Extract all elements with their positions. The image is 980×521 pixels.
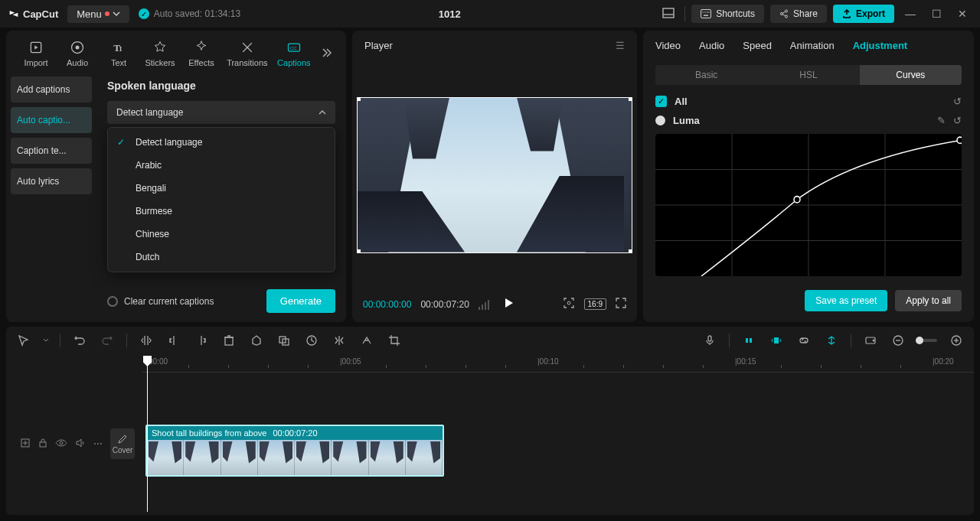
- option-detect[interactable]: ✓Detect language: [108, 131, 335, 154]
- curve-channel-all[interactable]: ✓ All ↺: [655, 96, 962, 107]
- resize-handle-bl[interactable]: [357, 249, 361, 253]
- preview-render-button[interactable]: [862, 332, 879, 349]
- tab-audio[interactable]: Audio: [699, 40, 724, 56]
- menu-notification-dot: [105, 11, 109, 16]
- tab-adjustment[interactable]: Adjustment: [853, 40, 908, 56]
- option-bengali[interactable]: Bengali: [108, 177, 335, 200]
- close-button[interactable]: ✕: [952, 4, 972, 24]
- delete-button[interactable]: [220, 332, 237, 349]
- tab-import[interactable]: Import: [15, 37, 57, 70]
- export-button[interactable]: Export: [833, 5, 894, 23]
- zoom-out-button[interactable]: [890, 332, 906, 349]
- option-dutch[interactable]: Dutch: [108, 246, 335, 269]
- reset-icon[interactable]: ↺: [953, 96, 962, 107]
- reset-icon[interactable]: ↺: [953, 115, 962, 126]
- playhead[interactable]: [147, 356, 148, 512]
- aspect-ratio[interactable]: 16:9: [584, 298, 606, 310]
- tab-effects[interactable]: Effects: [181, 37, 222, 70]
- svg-point-8: [785, 10, 787, 12]
- ruler-tick: |00:20: [933, 357, 954, 366]
- tab-captions[interactable]: CC Captions: [273, 37, 315, 70]
- tab-speed[interactable]: Speed: [743, 40, 772, 56]
- autosave-status: ✓ Auto saved: 01:34:13: [139, 8, 240, 19]
- tab-stickers[interactable]: Stickers: [139, 37, 181, 70]
- crop-button[interactable]: [386, 332, 403, 349]
- play-icon: [503, 298, 514, 308]
- clear-captions-toggle[interactable]: Clear current captions: [107, 296, 214, 307]
- group-button[interactable]: [276, 332, 292, 349]
- tab-transitions[interactable]: Transitions: [222, 37, 273, 70]
- option-burmese[interactable]: Burmese: [108, 200, 335, 223]
- nav-add-captions[interactable]: Add captions: [11, 77, 92, 103]
- generate-button[interactable]: Generate: [266, 289, 335, 313]
- zoom-in-button[interactable]: [948, 332, 965, 349]
- curve-channel-luma[interactable]: Luma ✎ ↺: [655, 115, 962, 126]
- track-visibility-button[interactable]: [55, 438, 67, 450]
- delete-right-button[interactable]: [193, 332, 210, 349]
- menu-button[interactable]: Menu: [67, 5, 129, 23]
- tab-animation[interactable]: Animation: [790, 40, 835, 56]
- player-viewport[interactable]: ⟳: [352, 60, 637, 289]
- zoom-slider[interactable]: [917, 339, 937, 342]
- time-current: 00:00:00:00: [363, 299, 411, 310]
- freeze-button[interactable]: [303, 332, 320, 349]
- track-add-button[interactable]: [20, 438, 31, 451]
- preview-axis-button[interactable]: [823, 332, 840, 349]
- scale-button[interactable]: [563, 297, 575, 311]
- svg-point-10: [785, 15, 787, 18]
- reverse-button[interactable]: [358, 332, 375, 349]
- track-lock-button[interactable]: [38, 438, 47, 451]
- delete-left-button[interactable]: [165, 332, 182, 349]
- curve-graph[interactable]: [655, 134, 962, 276]
- fullscreen-button[interactable]: [616, 298, 626, 311]
- curves-editor: ✓ All ↺ Luma ✎ ↺: [643, 90, 974, 282]
- timeline-left-gutter: ⋯ Cover: [6, 354, 142, 515]
- option-arabic[interactable]: Arabic: [108, 154, 335, 177]
- resize-handle-br[interactable]: [629, 249, 632, 253]
- marker-button[interactable]: [248, 332, 265, 349]
- nav-auto-captions[interactable]: Auto captio...: [11, 107, 92, 133]
- undo-button[interactable]: [71, 332, 88, 349]
- nav-auto-lyrics[interactable]: Auto lyrics: [11, 168, 92, 194]
- expand-tabs-button[interactable]: [315, 42, 337, 66]
- tab-text[interactable]: TI Text: [98, 37, 139, 70]
- cover-button[interactable]: Cover: [110, 428, 135, 459]
- layout-button[interactable]: [658, 4, 678, 24]
- eyedropper-icon[interactable]: ✎: [937, 115, 946, 126]
- mirror-button[interactable]: [331, 332, 348, 349]
- tab-audio[interactable]: Audio: [57, 37, 98, 70]
- nav-caption-templates[interactable]: Caption te...: [11, 138, 92, 164]
- resize-handle-tr[interactable]: [629, 97, 632, 101]
- share-button[interactable]: Share: [770, 5, 827, 23]
- track-mute-button[interactable]: [75, 438, 86, 451]
- maximize-button[interactable]: ☐: [926, 4, 946, 24]
- player-panel: Player ☰ ⟳ 00:00:00:00 00:00:07:20: [352, 31, 637, 322]
- subtab-basic[interactable]: Basic: [655, 65, 757, 85]
- video-canvas[interactable]: ⟳: [357, 97, 632, 253]
- mic-button[interactable]: [701, 332, 718, 349]
- svg-point-5: [707, 11, 708, 12]
- apply-all-button[interactable]: Apply to all: [895, 290, 962, 311]
- minimize-button[interactable]: —: [900, 4, 920, 24]
- magnet-main-button[interactable]: [740, 332, 757, 349]
- redo-button[interactable]: [99, 332, 116, 349]
- split-button[interactable]: [138, 332, 155, 349]
- video-clip[interactable]: Shoot tall buildings from above 00:00:07…: [145, 425, 444, 477]
- resize-handle-tl[interactable]: [357, 97, 361, 101]
- link-button[interactable]: [795, 332, 812, 349]
- track-more-button[interactable]: ⋯: [93, 438, 103, 449]
- save-preset-button[interactable]: Save as preset: [805, 290, 887, 311]
- timeline-ruler[interactable]: 00:00 |00:05 |00:10 |00:15 |00:20: [142, 354, 974, 373]
- auto-snap-button[interactable]: [768, 332, 785, 349]
- chevron-down-icon[interactable]: [43, 337, 49, 344]
- language-dropdown[interactable]: Detect language: [107, 101, 335, 124]
- timeline-tracks[interactable]: 00:00 |00:05 |00:10 |00:15 |00:20 Shoot …: [142, 354, 974, 515]
- subtab-hsl[interactable]: HSL: [757, 65, 859, 85]
- play-button[interactable]: [503, 298, 514, 311]
- selection-tool[interactable]: [15, 332, 32, 349]
- option-chinese[interactable]: Chinese: [108, 223, 335, 246]
- player-menu-button[interactable]: ☰: [616, 40, 625, 51]
- shortcuts-button[interactable]: Shortcuts: [691, 5, 764, 23]
- subtab-curves[interactable]: Curves: [860, 65, 962, 85]
- tab-video[interactable]: Video: [655, 40, 681, 56]
